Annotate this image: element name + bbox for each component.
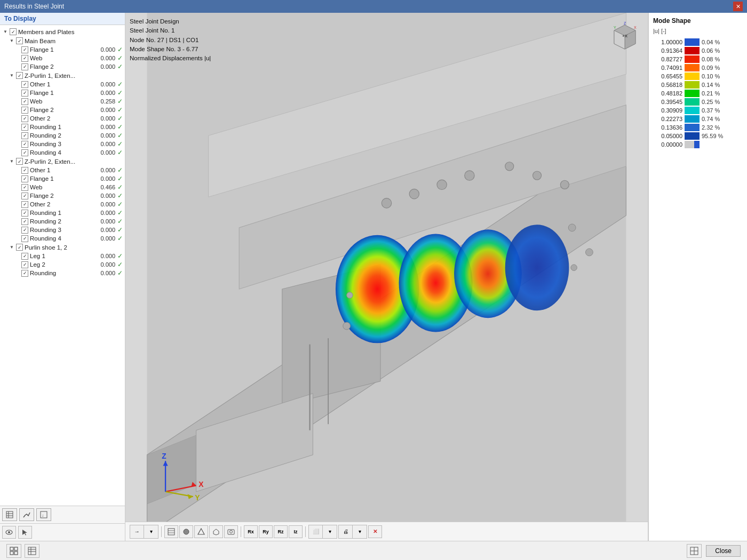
tree-item-other1-zp2[interactable]: Other 1 0.000 ✓ [0, 166, 125, 174]
cb-rounding1-zp1[interactable] [21, 124, 28, 131]
checkbox-main-beam[interactable] [16, 37, 23, 44]
view-btn-render[interactable] [179, 525, 193, 538]
view-btn-camera[interactable] [224, 525, 238, 538]
tree-item-web-mb[interactable]: Web 0.000 ✓ [0, 54, 125, 62]
cb-rounding2-zp2[interactable] [21, 218, 28, 225]
cb-rounding1-zp2[interactable] [21, 210, 28, 217]
tree-item-web-zp2[interactable]: Web 0.466 ✓ [0, 183, 125, 191]
view-btn-print-drop[interactable]: ▾ [353, 525, 367, 538]
viewport[interactable]: Steel Joint Design Steel Joint No. 1 Nod… [125, 13, 648, 541]
tree-item-other2-zp1[interactable]: Other 2 0.000 ✓ [0, 114, 125, 123]
tree-item-rounding4-zp1[interactable]: Rounding 4 0.000 ✓ [0, 148, 125, 157]
view-btn-arrow[interactable]: → [130, 525, 144, 538]
status-right-icon[interactable] [687, 544, 702, 558]
display-table-button[interactable] [2, 508, 17, 521]
view-btn-dropdown[interactable]: ▾ [144, 525, 158, 538]
tree-item-rounding3-zp2[interactable]: Rounding 3 0.000 ✓ [0, 226, 125, 234]
expand-zpurlin1[interactable]: ▼ [9, 73, 15, 79]
checkbox-zpurlin2[interactable] [16, 158, 23, 165]
view-btn-layer-drop[interactable]: ▾ [323, 525, 337, 538]
view-btn-iz[interactable]: Iz [289, 525, 303, 538]
tree-container[interactable]: ▼ Members and Plates ▼ Main Beam Flange … [0, 25, 125, 506]
tree-item-rounding2-zp2[interactable]: Rounding 2 0.000 ✓ [0, 217, 125, 226]
cb-rounding3-zp1[interactable] [21, 141, 28, 148]
view-btn-mesh[interactable] [164, 525, 178, 538]
view-btn-iso[interactable] [209, 525, 223, 538]
cb-flange1-mb[interactable] [21, 46, 28, 53]
close-button[interactable]: Close [706, 545, 741, 557]
tree-item-rounding4-zp2[interactable]: Rounding 4 0.000 ✓ [0, 234, 125, 243]
view-btn-ry[interactable]: Ry [259, 525, 273, 538]
tree-item-flange2-zp2[interactable]: Flange 2 0.000 ✓ [0, 191, 125, 200]
tree-item-members-plates[interactable]: ▼ Members and Plates [0, 27, 125, 36]
tree-item-rounding2-zp1[interactable]: Rounding 2 0.000 ✓ [0, 131, 125, 140]
expand-purlin-shoe[interactable]: ▼ [9, 244, 15, 251]
cb-other2-zp2[interactable] [21, 201, 28, 208]
left-panel: To Display ▼ Members and Plates ▼ Main B… [0, 13, 125, 541]
cb-rounding2-zp1[interactable] [21, 132, 28, 139]
tree-item-web-zp1[interactable]: Web 0.258 ✓ [0, 97, 125, 106]
tree-item-flange2-mb[interactable]: Flange 2 0.000 ✓ [0, 62, 125, 71]
tree-item-flange1-zp2[interactable]: Flange 1 0.000 ✓ [0, 174, 125, 183]
checkbox-purlin-shoe[interactable] [16, 244, 23, 251]
checkbox-members-plates[interactable] [10, 28, 17, 35]
display-graph-button[interactable] [19, 508, 34, 521]
view-btn-close-x[interactable]: ✕ [368, 525, 382, 538]
view-btn-rz[interactable]: Rz [274, 525, 288, 538]
cb-rounding4-zp2[interactable] [21, 235, 28, 242]
checkbox-zpurlin1[interactable] [16, 72, 23, 79]
legend-pct-1: 0.06 % [702, 47, 720, 54]
viewport-toolbar: → ▾ Rx [125, 522, 648, 541]
selection-button[interactable] [18, 526, 32, 539]
view-btn-print[interactable]: 🖨 [339, 525, 353, 538]
tree-item-zpurlin2[interactable]: ▼ Z-Purlin 2, Exten... [0, 157, 125, 166]
cb-leg2-ps[interactable] [21, 261, 28, 268]
tree-item-flange2-zp1[interactable]: Flange 2 0.000 ✓ [0, 106, 125, 114]
view-btn-rx[interactable]: Rx [244, 525, 258, 538]
tree-item-rounding1-zp2[interactable]: Rounding 1 0.000 ✓ [0, 209, 125, 217]
tree-item-rounding1-zp1[interactable]: Rounding 1 0.000 ✓ [0, 123, 125, 131]
tree-item-rounding-ps[interactable]: Rounding 0.000 ✓ [0, 269, 125, 277]
legend-pct-8: 0.37 % [702, 107, 720, 114]
tree-item-other2-zp2[interactable]: Other 2 0.000 ✓ [0, 200, 125, 209]
tree-item-leg1-ps[interactable]: Leg 1 0.000 ✓ [0, 252, 125, 260]
tree-item-main-beam[interactable]: ▼ Main Beam [0, 36, 125, 45]
tree-item-other1-zp1[interactable]: Other 1 0.000 ✓ [0, 80, 125, 89]
view-btn-layer[interactable]: ⬜ [309, 525, 323, 538]
window-close-button[interactable]: ✕ [733, 2, 743, 11]
legend-value-7: 0.39545 [653, 99, 682, 105]
expand-main-beam[interactable]: ▼ [9, 38, 15, 44]
val-web-zp1: 0.258 [96, 98, 115, 105]
tree-item-rounding3-zp1[interactable]: Rounding 3 0.000 ✓ [0, 140, 125, 148]
cube-navigator[interactable]: +X X Y Z [606, 17, 643, 54]
tree-item-leg2-ps[interactable]: Leg 2 0.000 ✓ [0, 260, 125, 269]
tree-item-flange1-mb[interactable]: Flange 1 0.000 ✓ [0, 45, 125, 54]
cb-flange1-zp2[interactable] [21, 175, 28, 182]
eye-button[interactable] [2, 526, 16, 539]
display-export-button[interactable]: ↓ [36, 508, 51, 521]
cb-rounding3-zp2[interactable] [21, 227, 28, 234]
cb-web-mb[interactable] [21, 55, 28, 62]
cb-flange2-zp1[interactable] [21, 107, 28, 114]
tree-item-flange1-zp1[interactable]: Flange 1 0.000 ✓ [0, 89, 125, 97]
cb-leg1-ps[interactable] [21, 253, 28, 260]
ok-other1-zp1: ✓ [117, 81, 123, 88]
cb-other1-zp2[interactable] [21, 167, 28, 174]
cb-web-zp2[interactable] [21, 184, 28, 191]
cb-other1-zp1[interactable] [21, 81, 28, 88]
info-line4: Mode Shape No. 3 - 6.77 [130, 45, 211, 54]
cb-other2-zp1[interactable] [21, 115, 28, 122]
status-icon-grid[interactable] [6, 544, 21, 558]
view-btn-wireframe[interactable] [194, 525, 208, 538]
tree-item-zpurlin1[interactable]: ▼ Z-Purlin 1, Exten... [0, 71, 125, 80]
tree-item-purlin-shoe[interactable]: ▼ Purlin shoe 1, 2 [0, 243, 125, 252]
cb-rounding4-zp1[interactable] [21, 149, 28, 156]
cb-flange2-mb[interactable] [21, 63, 28, 70]
cb-flange2-zp2[interactable] [21, 193, 28, 199]
cb-web-zp1[interactable] [21, 98, 28, 105]
expand-icon[interactable]: ▼ [2, 29, 9, 35]
expand-zpurlin2[interactable]: ▼ [9, 158, 15, 165]
cb-flange1-zp1[interactable] [21, 90, 28, 97]
status-icon-table[interactable] [25, 544, 39, 558]
cb-rounding-ps[interactable] [21, 270, 28, 277]
